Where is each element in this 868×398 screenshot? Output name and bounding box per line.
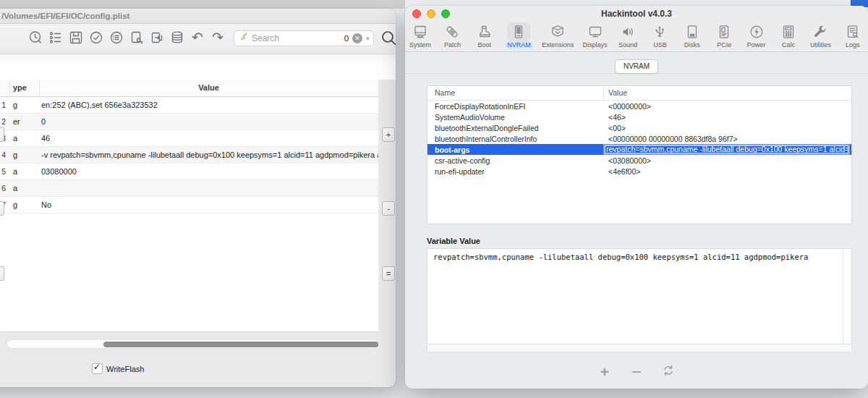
nvram-row-bluetoothInternalControllerInfo[interactable]: bluetoothInternalControllerInfo<00000000… — [427, 133, 851, 144]
row-value: -v revpatch=sbvmm,cpuname -lilubetaall d… — [39, 151, 378, 159]
toolbar-item-logs[interactable]: Logs — [841, 22, 864, 48]
row-number: 6 — [0, 184, 9, 192]
nvram-value: <4e6f00> — [603, 167, 851, 176]
toolbar-item-label: Disks — [684, 41, 700, 48]
nvram-value[interactable]: revpatch=sbvmm,cpuname -lilubetaall debu… — [603, 144, 850, 155]
toolbar-item-nvram[interactable]: NVRAM — [505, 22, 533, 48]
utilities-icon — [809, 22, 832, 41]
plist-titlebar[interactable]: /Volumes/EFI/EFI/OC/config.plist — [0, 9, 396, 24]
calc-icon — [777, 22, 800, 41]
edge-remove-button[interactable] — [0, 201, 4, 216]
value-column-header[interactable]: Value — [608, 86, 627, 100]
nvram-value: <00> — [603, 124, 851, 132]
plist-table-row[interactable]: 6a — [0, 180, 378, 197]
clear-search-icon[interactable]: ✕ — [352, 33, 362, 43]
nvram-row-csr-active-config[interactable]: csr-active-config<03080000> — [427, 155, 851, 166]
search-options-caret-icon[interactable]: ▼ — [365, 36, 370, 41]
remove-variable-button[interactable]: − — [629, 365, 644, 379]
close-button[interactable] — [412, 9, 421, 18]
plist-table-row[interactable]: 3a46 — [0, 130, 378, 147]
disks-icon — [681, 22, 704, 41]
nvram-table-header[interactable]: Name Value — [427, 86, 851, 101]
undo-icon[interactable]: ↶ — [190, 30, 205, 46]
toolbar-item-sound[interactable]: Sound — [616, 22, 639, 48]
nvram-name: csr-active-config — [427, 156, 603, 165]
name-column-header[interactable]: Name — [435, 86, 455, 100]
vertical-scrollbar[interactable] — [843, 249, 851, 344]
toolbar-item-label: Logs — [846, 41, 860, 48]
toolbar-item-usb[interactable]: USB — [648, 22, 671, 48]
type-column-header[interactable]: ype — [13, 80, 27, 96]
toolbar-item-label: Calc — [782, 41, 795, 48]
plist-table-row[interactable]: 1gen:252 (ABC),set 656e3a323532 — [0, 97, 378, 114]
hackintool-titlebar[interactable]: Hackintool v4.0.3 — [405, 6, 868, 22]
nvram-row-boot-args[interactable]: boot-argsrevpatch=sbvmm,cpuname -lilubet… — [427, 144, 851, 155]
toolbar-item-disks[interactable]: Disks — [681, 22, 704, 48]
nvram-name: boot-args — [427, 145, 603, 154]
search-placeholder: Search — [252, 33, 344, 43]
nvram-row-run-efi-updater[interactable]: run-efi-updater<4e6f00> — [427, 166, 851, 177]
transfer-icon[interactable] — [149, 30, 165, 46]
snapshot-icon[interactable] — [129, 30, 145, 46]
plist-toolbar-icons: ↶↷ — [27, 30, 226, 46]
value-column-header[interactable]: Value — [39, 80, 378, 96]
toolbar-item-utilities[interactable]: Utilities — [809, 22, 832, 48]
row-number: 4 — [0, 151, 9, 159]
plist-table-row[interactable]: 2er0 — [0, 114, 378, 130]
checkmark-icon: ✓ — [93, 362, 101, 372]
nvram-row-ForceDisplayRotationInEFI[interactable]: ForceDisplayRotationInEFI<00000000> — [427, 101, 851, 111]
toolbar-item-system[interactable]: System — [409, 22, 432, 48]
nvram-section-tab[interactable]: NVRAM — [615, 59, 658, 74]
equals-button[interactable]: = — [382, 266, 395, 281]
nvram-row-SystemAudioVolume[interactable]: SystemAudioVolume<46> — [427, 111, 851, 122]
nvram-icon — [507, 22, 530, 41]
nvram-name: bluetoothInternalControllerInfo — [427, 135, 603, 143]
toolbar-item-pcie[interactable]: PCIe — [712, 22, 736, 48]
plist-table-row[interactable]: 4g-v revpatch=sbvmm,cpuname -lilubetaall… — [0, 147, 378, 164]
nvram-value: <46> — [603, 113, 851, 122]
plist-table-row[interactable]: 7gNo — [0, 197, 378, 213]
references-icon[interactable] — [109, 30, 124, 46]
history-icon[interactable] — [27, 30, 43, 46]
save-icon[interactable] — [68, 30, 84, 46]
toolbar-item-calc[interactable]: Calc — [777, 22, 800, 48]
plist-toolbar: ↶↷ Search 0 ✕ ▼ — [0, 24, 396, 54]
textarea-hscroll-track[interactable] — [427, 344, 852, 352]
search-input[interactable]: Search 0 ✕ ▼ — [234, 30, 374, 46]
nvram-value: <00000000> — [603, 102, 851, 111]
toolbar-item-displays[interactable]: Displays — [583, 22, 608, 48]
plist-editor-window: /Volumes/EFI/EFI/OC/config.plist ↶↷ Sear… — [0, 9, 396, 387]
variable-value-textarea[interactable]: revpatch=sbvmm,cpuname -lilubetaall debu… — [427, 248, 852, 344]
column-separator[interactable] — [603, 88, 604, 98]
edge-equals-button[interactable] — [0, 266, 4, 281]
find-icon[interactable] — [380, 30, 398, 47]
writeflash-checkbox[interactable]: ✓ WriteFlash — [92, 363, 144, 374]
horizontal-scrollbar[interactable] — [7, 339, 378, 349]
redo-icon[interactable]: ↷ — [210, 30, 226, 46]
toolbar-item-power[interactable]: Power — [745, 22, 768, 48]
hackintool-window-title: Hackintool v4.0.3 — [405, 6, 868, 22]
row-type: g — [9, 200, 39, 209]
refresh-icon[interactable] — [661, 363, 676, 381]
outline-list-icon[interactable] — [48, 30, 64, 46]
add-variable-button[interactable]: + — [597, 365, 612, 379]
plist-table-header[interactable]: ype Value — [0, 80, 378, 97]
toolbar-item-boot[interactable]: Boot — [473, 22, 496, 48]
edge-add-button[interactable] — [0, 127, 4, 142]
row-value: 46 — [39, 134, 378, 143]
nvram-row-bluetoothExternalDongleFailed[interactable]: bluetoothExternalDongleFailed<00> — [427, 122, 851, 133]
row-type: g — [9, 101, 39, 109]
scrollbar-thumb[interactable] — [103, 342, 378, 347]
validate-icon[interactable] — [88, 30, 104, 46]
database-icon[interactable] — [169, 30, 185, 46]
minimize-button[interactable] — [427, 9, 435, 18]
plist-table-row[interactable]: 5a03080000 — [0, 164, 378, 180]
checkbox-box[interactable]: ✓ — [92, 363, 103, 374]
toolbar-item-extensions[interactable]: Extensions — [542, 22, 574, 48]
toolbar-item-patch[interactable]: Patch — [441, 22, 464, 48]
zoom-button[interactable] — [441, 9, 450, 18]
add-row-button[interactable]: + — [382, 127, 395, 142]
variable-value-text: revpatch=sbvmm,cpuname -lilubetaall debu… — [433, 253, 840, 261]
toolbar-item-label: System — [409, 41, 431, 48]
remove-row-button[interactable]: - — [382, 201, 395, 216]
